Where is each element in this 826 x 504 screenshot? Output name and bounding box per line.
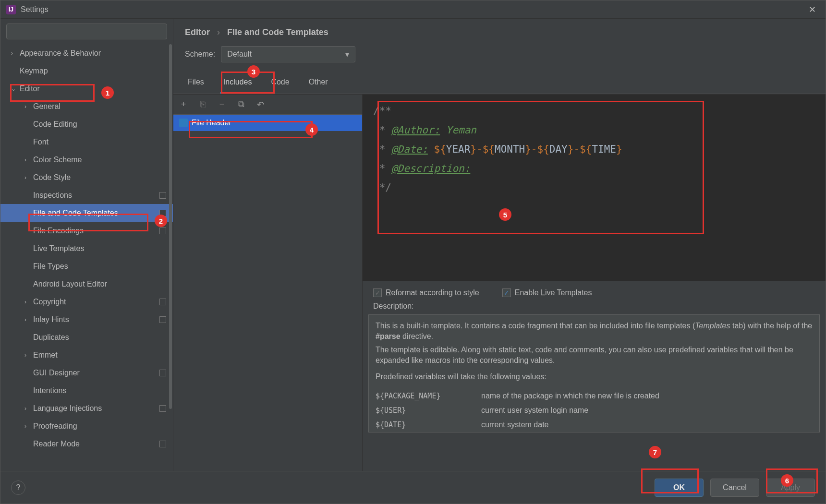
sidebar-item[interactable]: Keymap: [0, 62, 173, 80]
sidebar-item-label: Font: [33, 138, 173, 146]
annotation-badge: 3: [247, 65, 260, 78]
add-icon[interactable]: +: [178, 99, 189, 109]
sidebar-item-label: Reader Mode: [33, 440, 159, 448]
sidebar-item-label: Language Injections: [33, 404, 159, 413]
enable-live-templates-checkbox[interactable]: ✓ Enable Live Templates: [502, 288, 592, 297]
sidebar-item[interactable]: Intentions: [0, 382, 173, 399]
scope-badge-icon: [159, 441, 166, 447]
sidebar-item-label: Color Scheme: [33, 156, 173, 164]
list-toolbar: + ⎘ − ⧉ ↶: [173, 95, 362, 115]
sidebar-item-label: File and Code Templates: [33, 209, 159, 217]
titlebar: IJ Settings ✕: [0, 0, 826, 19]
sidebar-item-label: Inspections: [33, 191, 159, 200]
cancel-button[interactable]: Cancel: [710, 479, 759, 497]
add-child-icon[interactable]: ⎘: [197, 99, 208, 109]
variable-key: ${USER}: [376, 406, 481, 415]
ok-button[interactable]: OK: [655, 479, 704, 497]
variable-row: ${USER}current user system login name: [376, 403, 813, 418]
sidebar-item-label: Inlay Hints: [33, 315, 159, 324]
chevron-icon: ›: [24, 299, 33, 305]
tab-code[interactable]: Code: [268, 74, 292, 94]
sidebar-item[interactable]: Android Layout Editor: [0, 275, 173, 293]
sidebar-item-label: Android Layout Editor: [33, 280, 173, 288]
chevron-icon: ›: [24, 156, 33, 163]
scheme-select[interactable]: Default ▾: [221, 46, 355, 62]
sidebar-item[interactable]: ›Inlay Hints: [0, 311, 173, 328]
chevron-icon: ›: [24, 174, 33, 181]
list-item-label: File Header: [192, 119, 231, 127]
sidebar-item-label: Appearance & Behavior: [20, 49, 173, 58]
sidebar-item-label: Copyright: [33, 298, 159, 306]
help-button[interactable]: ?: [11, 480, 25, 495]
sidebar-item[interactable]: ›General: [0, 97, 173, 115]
sidebar-item-label: General: [33, 102, 173, 111]
breadcrumb-root[interactable]: Editor: [185, 27, 210, 37]
scope-badge-icon: [159, 299, 166, 305]
chevron-icon: ⌄: [11, 85, 20, 92]
scope-badge-icon: [159, 316, 166, 323]
description-label: Description:: [363, 302, 826, 314]
close-icon[interactable]: ✕: [805, 2, 820, 17]
sidebar-item[interactable]: File Encodings: [0, 222, 173, 240]
sidebar-item[interactable]: Font: [0, 133, 173, 151]
sidebar-item-label: Live Templates: [33, 244, 173, 253]
sidebar-item-label: GUI Designer: [33, 369, 159, 377]
sidebar-item[interactable]: Reader Mode: [0, 435, 173, 453]
sidebar-item[interactable]: ›Language Injections: [0, 399, 173, 417]
sidebar-item-label: File Encodings: [33, 227, 159, 235]
list-item[interactable]: File Header: [173, 115, 362, 131]
sidebar-item[interactable]: ›Appearance & Behavior: [0, 44, 173, 62]
sidebar-item[interactable]: ›Copyright: [0, 293, 173, 311]
breadcrumb-leaf: File and Code Templates: [227, 27, 328, 37]
sidebar-item[interactable]: Live Templates: [0, 240, 173, 257]
scheme-label: Scheme:: [185, 50, 215, 59]
chevron-icon: ›: [24, 316, 33, 323]
variable-key: ${PACKAGE_NAME}: [376, 392, 481, 400]
sidebar-item[interactable]: File Types: [0, 257, 173, 275]
sidebar-item-label: Code Editing: [33, 120, 173, 129]
app-icon: IJ: [6, 5, 16, 14]
sidebar-item[interactable]: ›Code Style: [0, 168, 173, 186]
chevron-down-icon: ▾: [345, 50, 349, 59]
annotation-badge: 1: [101, 86, 114, 99]
search-input[interactable]: [6, 24, 167, 39]
sidebar-item-label: Proofreading: [33, 422, 173, 431]
chevron-icon: ›: [24, 405, 33, 412]
chevron-icon: ›: [24, 352, 33, 359]
sidebar-item-label: Editor: [20, 84, 173, 93]
template-list-panel: + ⎘ − ⧉ ↶ File Header: [173, 95, 363, 471]
settings-sidebar: 🔍 ›Appearance & BehaviorKeymap⌄Editor›Ge…: [0, 19, 173, 471]
copy-icon[interactable]: ⧉: [236, 99, 246, 109]
annotation-badge: 4: [305, 123, 318, 136]
annotation-badge: 5: [499, 208, 511, 221]
sidebar-item[interactable]: Code Editing: [0, 115, 173, 133]
variable-key: ${DATE}: [376, 420, 481, 429]
sidebar-item-label: Keymap: [20, 67, 173, 75]
scheme-value: Default: [227, 50, 252, 59]
scrollbar[interactable]: [169, 44, 172, 409]
tab-other[interactable]: Other: [306, 74, 331, 94]
reformat-checkbox[interactable]: ✓ Reformat according to style: [373, 288, 479, 297]
file-icon: [179, 119, 188, 127]
content-panel: Editor › File and Code Templates Scheme:…: [173, 19, 826, 471]
code-editor[interactable]: /** * @Author: Yeman * @Date: ${YEAR}-${…: [363, 95, 826, 281]
sidebar-item[interactable]: GUI Designer: [0, 364, 173, 382]
tab-includes[interactable]: Includes: [220, 74, 255, 94]
variable-desc: current system date: [481, 420, 813, 429]
sidebar-item[interactable]: ›Proofreading: [0, 417, 173, 435]
sidebar-item[interactable]: ⌄Editor: [0, 80, 173, 97]
sidebar-item-label: Code Style: [33, 173, 173, 182]
sidebar-item[interactable]: Duplicates: [0, 328, 173, 346]
sidebar-item[interactable]: File and Code Templates: [0, 204, 173, 222]
description-box[interactable]: This is a built-in template. It contains…: [368, 314, 820, 432]
tab-files[interactable]: Files: [185, 74, 207, 94]
settings-tree[interactable]: ›Appearance & BehaviorKeymap⌄Editor›Gene…: [0, 44, 173, 471]
chevron-icon: ›: [24, 423, 33, 430]
undo-icon[interactable]: ↶: [255, 99, 266, 110]
sidebar-item-label: File Types: [33, 262, 173, 271]
sidebar-item[interactable]: ›Emmet: [0, 346, 173, 364]
tabs: Files Includes Code Other: [173, 71, 826, 94]
remove-icon[interactable]: −: [217, 99, 227, 109]
sidebar-item[interactable]: Inspections: [0, 186, 173, 204]
sidebar-item[interactable]: ›Color Scheme: [0, 151, 173, 168]
